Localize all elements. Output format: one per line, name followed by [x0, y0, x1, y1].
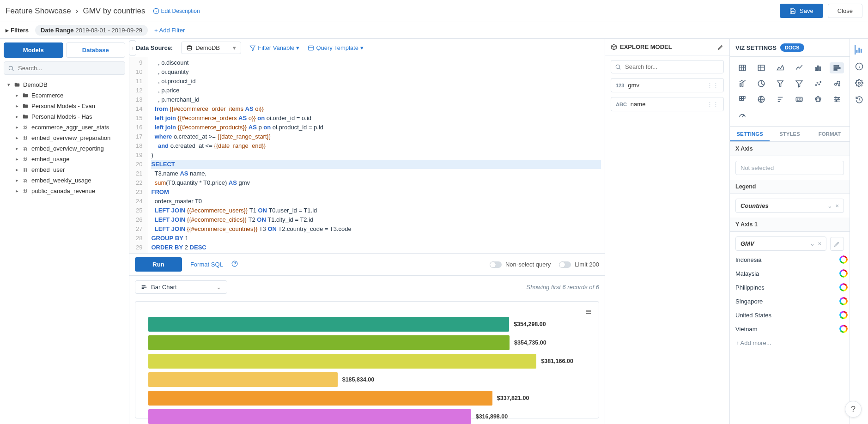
explore-field[interactable]: ABCname⋮⋮	[611, 97, 724, 111]
tab-database[interactable]: Database	[66, 42, 126, 58]
bar[interactable]	[148, 317, 509, 332]
viztype-line-icon[interactable]	[792, 62, 807, 73]
viztype-radar-icon[interactable]	[811, 94, 825, 105]
svg-point-38	[26, 168, 27, 169]
viztype-column-icon[interactable]	[811, 62, 825, 73]
tab-models[interactable]: Models	[4, 42, 63, 58]
x-axis-field[interactable]: Not selected	[735, 161, 844, 175]
y1-series-item[interactable]: Indonesia	[730, 253, 850, 267]
edit-description-link[interactable]: Edit Description	[153, 8, 200, 14]
tree-folder[interactable]: ▸Personal Models - Has	[0, 111, 129, 122]
y1-series-item[interactable]: Malaysia	[730, 267, 850, 280]
save-icon	[789, 8, 796, 14]
breadcrumb-parent[interactable]: Feature Showcase	[6, 6, 71, 16]
viztype-sliders-icon[interactable]	[830, 94, 844, 105]
help-fab[interactable]: ?	[845, 401, 862, 418]
tree-item[interactable]: ▸embed_overview_reporting	[0, 143, 129, 154]
y1-edit[interactable]	[830, 237, 844, 251]
bar[interactable]	[148, 354, 536, 369]
color-ring-icon[interactable]	[839, 283, 848, 291]
subtab-format[interactable]: FORMAT	[810, 127, 850, 141]
viztype-scatter-icon[interactable]	[811, 78, 825, 89]
viztype-bubble-icon[interactable]	[830, 78, 844, 89]
y1-series-item[interactable]: Vietnam	[730, 322, 850, 336]
non-select-toggle[interactable]: Non-select query	[490, 261, 551, 268]
viztype-pivot-icon[interactable]	[754, 62, 769, 73]
filter-variable-button[interactable]: Filter Variable ▾	[249, 44, 299, 51]
viz-type-select[interactable]: Bar Chart ⌄	[135, 280, 227, 294]
drag-grip-icon[interactable]: ⋮⋮	[707, 82, 719, 89]
run-button[interactable]: Run	[135, 257, 182, 272]
color-ring-icon[interactable]	[839, 297, 848, 305]
drag-grip-icon[interactable]: ⋮⋮	[707, 101, 719, 108]
format-sql-link[interactable]: Format SQL	[190, 261, 223, 268]
color-ring-icon[interactable]	[839, 311, 848, 319]
rail-viz-icon[interactable]	[855, 45, 864, 55]
viztype-area-icon[interactable]	[773, 62, 788, 73]
rail-settings-icon[interactable]	[855, 79, 864, 88]
viztype-number-icon[interactable]: 123	[792, 94, 807, 105]
tree-item[interactable]: ▸embed_usage	[0, 154, 129, 164]
rail-history-icon[interactable]	[855, 95, 864, 104]
svg-rect-104	[742, 99, 744, 101]
sidebar-search[interactable]	[4, 61, 125, 75]
chevron-down-icon[interactable]: ⌄	[810, 240, 815, 247]
filters-toggle[interactable]: ▸ Filters	[6, 27, 29, 34]
viztype-sort-icon[interactable]	[773, 94, 788, 105]
chevron-down-icon[interactable]: ⌄	[827, 202, 832, 209]
viztype-map-icon[interactable]	[754, 94, 769, 105]
explore-search[interactable]	[611, 60, 724, 73]
color-ring-icon[interactable]	[839, 255, 848, 264]
close-icon[interactable]: ×	[835, 202, 839, 209]
tree-item[interactable]: ▸embed_weekly_usage	[0, 175, 129, 186]
query-template-button[interactable]: Query Template ▾	[308, 44, 364, 51]
tree-item[interactable]: ▸embed_user	[0, 164, 129, 175]
bar[interactable]	[148, 409, 471, 424]
filter-chip-date-range[interactable]: Date Range 2019-08-01 - 2019-09-29	[35, 25, 148, 36]
tree-item[interactable]: ▸ecommerce_aggr_user_stats	[0, 122, 129, 133]
viztype-table-icon[interactable]	[735, 62, 750, 73]
tree-item[interactable]: ▸public_canada_revenue	[0, 186, 129, 196]
pencil-icon[interactable]	[717, 44, 724, 50]
viztype-hbar-icon[interactable]	[830, 62, 844, 73]
bar[interactable]	[148, 335, 510, 350]
legend-field[interactable]: Countries ⌄×	[735, 199, 844, 213]
viztype-filter-icon[interactable]	[792, 78, 807, 89]
bar[interactable]	[148, 391, 492, 406]
chart-menu-icon[interactable]	[585, 308, 592, 317]
help-icon[interactable]	[231, 260, 238, 268]
svg-rect-120	[856, 50, 857, 53]
sql-editor[interactable]: 9101112131415161718192021222324252627282…	[129, 57, 605, 253]
viztype-combo-icon[interactable]	[735, 78, 750, 89]
tree-folder[interactable]: ▸Ecommerce	[0, 90, 129, 101]
save-button[interactable]: Save	[780, 4, 823, 18]
tree-item[interactable]: ▸embed_overview_preparation	[0, 133, 129, 143]
rail-info-icon[interactable]	[855, 62, 864, 71]
bar[interactable]	[148, 372, 338, 387]
viztype-funnel-icon[interactable]	[773, 78, 788, 89]
subtab-styles[interactable]: STYLES	[770, 127, 809, 141]
explore-field[interactable]: 123gmv⋮⋮	[611, 78, 724, 92]
close-button[interactable]: Close	[828, 4, 862, 18]
limit-toggle[interactable]: Limit 200	[559, 261, 599, 268]
subtab-settings[interactable]: SETTINGS	[730, 127, 770, 141]
add-filter-button[interactable]: + Add Filter	[154, 27, 185, 34]
color-ring-icon[interactable]	[839, 269, 848, 278]
tree-folder[interactable]: ▸Personal Models - Evan	[0, 101, 129, 111]
viztype-gauge-icon[interactable]	[735, 109, 750, 121]
add-more-series[interactable]: + Add more...	[730, 336, 850, 350]
y1-series-item[interactable]: United States	[730, 308, 850, 322]
y1-series-item[interactable]: Philippines	[730, 280, 850, 294]
explore-search-input[interactable]	[624, 63, 720, 71]
datasource-select[interactable]: DemoDB ▾	[181, 42, 241, 54]
y1-field[interactable]: GMV ⌄×	[735, 236, 826, 251]
color-ring-icon[interactable]	[839, 325, 848, 333]
y1-series-item[interactable]: Singapore	[730, 294, 850, 308]
docs-badge[interactable]: DOCS	[780, 43, 804, 52]
tree-root[interactable]: ▾DemoDB	[0, 79, 129, 90]
sidebar-search-input[interactable]	[17, 64, 121, 72]
viztype-pie-icon[interactable]	[754, 78, 769, 89]
collapse-explore-handle[interactable]: ›	[129, 40, 136, 56]
viztype-heatmap-icon[interactable]	[735, 94, 750, 105]
close-icon[interactable]: ×	[818, 240, 821, 247]
